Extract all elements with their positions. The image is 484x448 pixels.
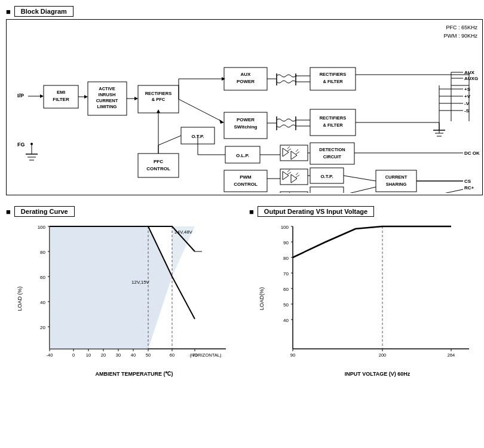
detection-label2: CIRCUIT [323,154,342,159]
label-24v-48v: 24V,48V [174,229,193,235]
svg-text:40: 40 [283,318,289,323]
rect-filter1-label2: & FILTER [323,79,343,84]
svg-marker-1 [40,94,44,98]
fg-label: FG [17,142,25,148]
aux-output: AUX [464,70,475,75]
svg-point-87 [30,143,33,145]
plus-s-output: +S [464,87,471,92]
active-inrush-label1: ACTIVE [99,86,115,91]
svg-rect-45 [224,170,267,192]
active-inrush-label3: CURRENT [96,98,118,103]
block-diagram-svg: I/P EMI FILTER ACTIVE INRUSH CURRENT LIM… [9,26,481,193]
emi-filter-label: EMI [57,90,65,95]
minus-s-output: -S [464,108,470,113]
label-12v-15v: 12V,15V [131,280,150,285]
pwm-ctrl-label2: CONTROL [234,182,258,187]
svg-line-9 [179,99,222,121]
aux-power-label1: AUX [241,72,252,77]
svg-text:200: 200 [379,352,387,358]
svg-text:80: 80 [283,256,289,261]
power-switching-label2: SWitching [234,124,257,130]
dcok-output: DC OK [464,151,480,156]
curr-sharing-label1: CURRENT [385,174,408,180]
svg-line-92 [344,176,376,181]
pfc-ctrl-label1: PFC [154,159,163,164]
svg-text:264: 264 [448,352,455,358]
svg-text:40: 40 [131,352,136,358]
svg-text:20: 20 [101,352,106,358]
svg-text:20: 20 [40,325,45,330]
pwm-ctrl-label1: PWM [240,174,252,180]
svg-text:50: 50 [283,302,289,308]
active-inrush-label4: LIMITING [97,104,117,109]
svg-rect-60 [280,192,308,193]
svg-text:60: 60 [40,275,45,280]
output-derating-chart: LOAD(%) 100 90 80 70 60 50 40 [272,220,483,377]
rect-filter2-label1: RECTIFIERS [320,115,347,121]
output-derating-section: ■ Output Derating VS Input Voltage LOAD(… [249,206,483,377]
output-derating-svg: 100 90 80 70 60 50 40 90 200 [272,220,481,376]
svg-line-84 [158,136,181,145]
block-diagram-header: ■ Block Diagram [6,6,478,17]
svg-marker-10 [219,119,224,124]
derating-chart-svg: 100 80 60 40 20 -40 0 10 20 [29,220,238,376]
cs-output: CS [464,179,471,184]
svg-text:80: 80 [40,250,45,255]
svg-text:10: 10 [86,352,91,358]
derating-y-label: LOAD (%) [17,286,23,311]
svg-text:40: 40 [40,300,45,305]
rc-plus-output: RC+ [464,185,474,191]
minus-v-output: -V [464,101,470,106]
ip-label: I/P [17,93,24,99]
plus-v-output: +V [464,94,471,99]
derating-curve-section: ■ Derating Curve LOAD (%) 100 80 60 40 [6,206,240,377]
svg-marker-131 [50,226,172,349]
derating-curve-header: ■ Derating Curve [6,206,240,217]
output-derating-header: ■ Output Derating VS Input Voltage [249,206,483,217]
aux-power-label2: POWER [237,79,255,84]
svg-rect-43 [138,154,179,177]
rect-pfc-label1: RECTIFIERS [145,91,172,96]
otp2-label: O.T.P. [320,174,333,179]
rect-filter2-label2: & FILTER [323,122,343,128]
svg-line-93 [344,187,376,193]
svg-rect-71 [376,170,416,192]
svg-text:60: 60 [170,352,174,358]
svg-text:60: 60 [283,287,289,292]
svg-text:90: 90 [283,240,289,246]
svg-text:(HORIZONTAL): (HORIZONTAL) [190,352,222,358]
pfc-ctrl-label2: CONTROL [146,166,170,171]
svg-text:70: 70 [283,271,289,277]
rect-pfc-label2: & PFC [152,97,166,102]
svg-marker-4 [84,95,88,99]
auxg-output: AUXG [464,76,478,81]
active-inrush-label2: INRUSH [99,92,116,97]
curr-sharing-label2: SHARING [386,182,407,187]
olp-label: O.L.P. [236,153,249,158]
svg-text:0: 0 [72,352,75,358]
svg-text:100: 100 [38,225,46,230]
emi-filter-label2: FILTER [53,97,69,102]
svg-text:-40: -40 [47,352,53,358]
svg-text:50: 50 [146,352,151,358]
svg-text:100: 100 [281,225,289,230]
svg-rect-67 [310,143,354,164]
power-switching-label1: POWER [237,117,255,122]
svg-text:30: 30 [116,352,121,358]
svg-rect-69 [310,187,344,193]
derating-chart: LOAD (%) 100 80 60 40 20 -40 [29,220,240,377]
detection-label1: DETECTION [319,147,345,152]
output-derating-y-label: LOAD(%) [259,287,265,311]
svg-text:90: 90 [290,352,295,358]
svg-marker-7 [134,97,138,100]
block-diagram-container: PFC : 65KHz PWM : 90KHz I/P EMI FILTER A… [6,19,483,195]
bottom-sections: ■ Derating Curve LOAD (%) 100 80 60 40 [6,206,483,377]
rect-filter1-label1: RECTIFIERS [320,72,347,77]
